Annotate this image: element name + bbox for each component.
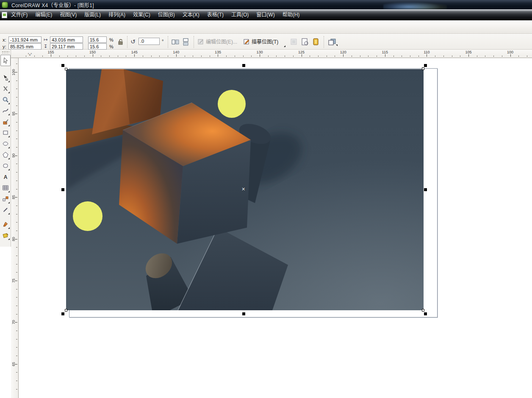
menu-view[interactable]: 视图(V) — [56, 9, 80, 20]
menu-file[interactable]: 文件(F) — [7, 9, 31, 20]
object-corner-node-bottom-left[interactable] — [65, 309, 67, 312]
mirror-horizontal-button[interactable] — [171, 38, 180, 46]
ruler-label: 65 — [11, 359, 16, 369]
toolbox-basic-shapes-tool[interactable] — [1, 161, 10, 171]
order-to-front-button[interactable] — [327, 38, 338, 46]
toolbox-table-tool[interactable] — [1, 183, 10, 193]
menu-effects[interactable]: 效果(C) — [129, 9, 154, 20]
selection-handle-top-center[interactable] — [242, 64, 245, 67]
svg-text:A: A — [4, 174, 8, 180]
toolbox-freehand-tool[interactable] — [1, 106, 10, 116]
selection-handle-bottom-left[interactable] — [61, 312, 64, 315]
horizontal-ruler[interactable]: 155150145140135130125120115110105100 — [11, 50, 532, 58]
menu-text[interactable]: 文本(X) — [179, 9, 203, 20]
ruler-tick — [393, 56, 394, 57]
toolbox-crop-tool[interactable] — [1, 83, 10, 94]
bitmap-color-mask-button[interactable] — [312, 38, 320, 46]
menu-tools[interactable]: 工具(O) — [227, 9, 252, 20]
ruler-tick — [126, 56, 126, 57]
menu-bitmaps[interactable]: 位图(B) — [154, 9, 179, 20]
ruler-origin-crosshair[interactable]: ↔ ↔ — [25, 50, 36, 58]
flyout-arrow[interactable] — [284, 45, 285, 47]
window-title: CorelDRAW X4（专业版）- [图形1] — [11, 1, 94, 8]
propbar-separator — [127, 36, 127, 48]
document-system-icon[interactable] — [2, 12, 7, 18]
ruler-tick — [51, 54, 51, 57]
ruler-tick — [159, 56, 160, 57]
y-position-field[interactable]: 85.825 mm — [8, 43, 42, 50]
selection-handle-top-right[interactable] — [424, 64, 427, 67]
ruler-tick — [201, 56, 202, 57]
ruler-tick — [16, 139, 17, 139]
selection-handle-middle-left[interactable] — [61, 188, 64, 191]
ruler-tick — [16, 172, 17, 173]
object-corner-node-top-right[interactable] — [422, 67, 424, 70]
ruler-tick — [16, 347, 17, 348]
ruler-tick — [143, 56, 143, 57]
menu-edit[interactable]: 编辑(E) — [31, 9, 56, 20]
trace-bitmap-icon — [243, 38, 250, 45]
x-position-field[interactable]: -131.924 mm — [8, 36, 42, 43]
ruler-tick — [16, 147, 17, 148]
selection-center-x-marker[interactable]: ✕ — [241, 186, 245, 192]
menu-arrange[interactable]: 排列(A) — [105, 9, 129, 20]
propbar-separator — [168, 36, 168, 48]
edit-bitmap-button[interactable]: 编辑位图(E)... — [197, 38, 237, 45]
ruler-label: 145 — [129, 50, 139, 54]
rotation-icon: ↺ — [130, 38, 136, 45]
selection-handle-bottom-right[interactable] — [424, 312, 427, 315]
ruler-label: 110 — [421, 50, 432, 54]
ruler-tick — [16, 164, 17, 164]
object-height-field[interactable]: 29.117 mm — [50, 43, 83, 50]
toolbox-outline-pen-tool[interactable] — [1, 219, 10, 229]
vertical-ruler[interactable]: 10095908580757065 — [11, 58, 19, 398]
menu-help[interactable]: 帮助(H) — [279, 9, 304, 20]
aero-glass-reflection — [383, 1, 447, 9]
selection-handle-bottom-center[interactable] — [242, 312, 245, 315]
trace-bitmap-button[interactable]: 描摹位图(T) — [243, 38, 278, 45]
rotation-angle-field[interactable]: .0 — [139, 38, 160, 45]
ruler-tick — [352, 56, 352, 57]
ruler-tick — [16, 256, 17, 256]
ruler-tick — [134, 54, 135, 57]
toolbox-ellipse-tool[interactable] — [1, 139, 10, 149]
property-bar: x: -131.924 mm y: 85.825 mm ↦ 43.016 mm … — [0, 34, 532, 50]
ruler-tick — [16, 372, 17, 373]
lock-ratio-icon[interactable] — [117, 39, 124, 45]
toolbox-interactive-blend-tool[interactable] — [1, 194, 10, 204]
toolbox-drag-grip[interactable] — [2, 51, 9, 53]
scale-v-field[interactable]: 15.6 — [88, 43, 107, 50]
ruler-tick — [343, 54, 344, 57]
object-width-field[interactable]: 43.016 mm — [50, 36, 83, 43]
ruler-tick — [435, 56, 435, 57]
menu-window[interactable]: 窗口(W) — [252, 9, 278, 20]
ruler-label: 120 — [338, 50, 348, 54]
toolbox-fill-tool[interactable] — [1, 230, 10, 240]
bitmap-frame-button[interactable] — [301, 38, 309, 46]
ruler-tick — [518, 56, 519, 57]
scale-h-field[interactable]: 15.6 — [88, 36, 107, 43]
ruler-tick — [16, 314, 17, 315]
selection-handle-top-left[interactable] — [61, 64, 64, 67]
bitmap-resample-button[interactable] — [290, 38, 298, 46]
ruler-tick — [468, 54, 469, 57]
menu-layout[interactable]: 版面(L) — [80, 9, 105, 20]
ruler-label: 155 — [46, 50, 56, 54]
toolbox-rectangle-tool[interactable] — [1, 128, 10, 138]
toolbox-zoom-tool[interactable] — [1, 95, 10, 105]
toolbox-text-tool[interactable]: A — [1, 172, 10, 182]
ruler-tick — [16, 272, 17, 273]
toolbox-shape-tool[interactable] — [1, 72, 10, 83]
toolbox-pick-tool[interactable] — [0, 55, 11, 66]
toolbox-polygon-tool[interactable] — [1, 150, 10, 160]
ruler-tick — [16, 131, 17, 131]
selection-handle-middle-right[interactable] — [424, 188, 427, 191]
toolbox-smart-fill-tool[interactable] — [1, 117, 10, 127]
object-corner-node-top-left[interactable] — [65, 68, 67, 70]
toolbox-eyedropper-tool[interactable] — [1, 205, 10, 215]
mirror-vertical-button[interactable] — [181, 38, 190, 46]
object-corner-node-bottom-right[interactable] — [422, 309, 424, 312]
ruler-label: 100 — [11, 67, 16, 77]
edit-bitmap-label: 编辑位图(E)... — [206, 38, 237, 45]
menu-table[interactable]: 表格(T) — [203, 9, 227, 20]
